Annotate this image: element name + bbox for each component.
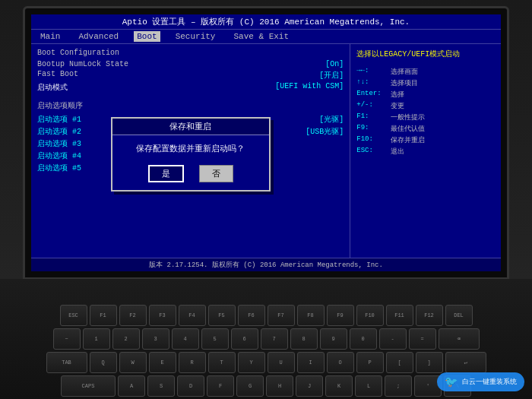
key-enter[interactable]: ↵ — [445, 352, 486, 373]
key-y[interactable]: Y — [238, 352, 265, 373]
key-del[interactable]: DEL — [445, 305, 473, 326]
key-i[interactable]: I — [297, 352, 325, 373]
menu-item-security[interactable]: Security — [173, 31, 219, 42]
dialog-no-button[interactable]: 否 — [199, 165, 233, 182]
key-0[interactable]: 0 — [350, 328, 377, 350]
key-6[interactable]: 6 — [231, 328, 258, 350]
key-h[interactable]: H — [266, 375, 293, 397]
hotkey-f1: F1: 一般性提示 — [356, 112, 495, 122]
key-f5[interactable]: F5 — [208, 305, 236, 326]
menu-item-main[interactable]: Main — [37, 31, 63, 42]
key-o[interactable]: O — [327, 352, 354, 373]
key-f2[interactable]: F2 — [119, 305, 147, 326]
save-restart-dialog: 保存和重启 保存配置数据并重新启动吗？ 是 否 — [111, 117, 271, 192]
key-g[interactable]: G — [236, 375, 264, 397]
key-esc[interactable]: ESC — [60, 305, 87, 326]
hotkey-updown: ↑↓: 选择项目 — [356, 78, 495, 88]
dialog-buttons: 是 否 — [122, 165, 260, 182]
key-equals[interactable]: = — [409, 328, 436, 350]
hotkey-updown-desc: 选择项目 — [391, 78, 418, 88]
key-l[interactable]: L — [355, 375, 382, 397]
menu-item-boot[interactable]: Boot — [134, 31, 160, 42]
hotkey-f1-desc: 一般性提示 — [391, 112, 425, 122]
key-f7[interactable]: F7 — [268, 305, 295, 326]
hotkey-enter-key: Enter: — [356, 90, 391, 100]
menu-bar: Main Advanced Boot Security Save & Exit — [31, 30, 501, 44]
key-j[interactable]: J — [296, 375, 323, 397]
twitter-bird-icon: 🐦 — [445, 375, 458, 388]
watermark: 🐦 白云一键重装系统 — [437, 372, 524, 391]
key-f10[interactable]: F10 — [356, 305, 384, 326]
keyboard-row-3: TAB Q W E R T Y U I O P [ ] ↵ — [30, 352, 502, 373]
key-semicolon[interactable]: ; — [385, 375, 412, 397]
key-7[interactable]: 7 — [261, 328, 288, 350]
hotkey-updown-key: ↑↓: — [356, 78, 391, 88]
key-a[interactable]: A — [118, 375, 145, 397]
key-e[interactable]: E — [149, 352, 176, 373]
hotkey-enter-desc: 选择 — [391, 90, 404, 100]
hotkey-f9: F9: 最佳代认值 — [356, 124, 495, 134]
menu-item-save-exit[interactable]: Save & Exit — [230, 31, 292, 42]
key-u[interactable]: U — [268, 352, 295, 373]
left-panel: Boot Configuration Bootup NumLock State … — [31, 44, 350, 264]
key-p[interactable]: P — [356, 352, 384, 373]
key-4[interactable]: 4 — [172, 328, 199, 350]
keyboard-row-1: ESC F1 F2 F3 F4 F5 F6 F7 F8 F9 F10 F11 F… — [30, 305, 502, 326]
keyboard-container: ESC F1 F2 F3 F4 F5 F6 F7 F8 F9 F10 F11 F… — [30, 305, 502, 399]
key-minus[interactable]: - — [379, 328, 407, 350]
key-tilde[interactable]: ~ — [53, 328, 81, 350]
hotkey-esc: ESC: 退出 — [356, 147, 495, 157]
key-s[interactable]: S — [147, 375, 175, 397]
hotkey-arrows-desc: 选择画面 — [391, 67, 418, 77]
key-5[interactable]: 5 — [201, 328, 229, 350]
key-f6[interactable]: F6 — [238, 305, 265, 326]
laptop-body: Aptio 设置工具 – 版权所有 (C) 2016 American Mega… — [0, 0, 532, 399]
key-k[interactable]: K — [325, 375, 353, 397]
dialog-body: 保存配置数据并重新启动吗？ 是 否 — [112, 135, 269, 190]
keyboard-row-2: ~ 1 2 3 4 5 6 7 8 9 0 - = ⌫ — [30, 328, 502, 350]
hotkey-esc-key: ESC: — [356, 147, 391, 157]
key-lbracket[interactable]: [ — [386, 352, 413, 373]
hotkey-arrows: →←: 选择画面 — [356, 67, 495, 77]
bios-screen: Aptio 设置工具 – 版权所有 (C) 2016 American Mega… — [31, 14, 501, 271]
dialog-overlay: 保存和重启 保存配置数据并重新启动吗？ 是 否 — [31, 44, 350, 264]
screen-bezel: Aptio 设置工具 – 版权所有 (C) 2016 American Mega… — [23, 6, 509, 280]
hotkey-f1-key: F1: — [356, 112, 391, 122]
key-1[interactable]: 1 — [83, 328, 110, 350]
hotkey-plusminus-key: +/-: — [356, 101, 391, 111]
key-backspace[interactable]: ⌫ — [439, 328, 480, 350]
key-r[interactable]: R — [179, 352, 206, 373]
key-w[interactable]: W — [119, 352, 147, 373]
hotkey-f10-desc: 保存并重启 — [391, 135, 425, 145]
hotkey-esc-desc: 退出 — [391, 147, 404, 157]
menu-item-advanced[interactable]: Advanced — [75, 31, 122, 42]
key-f12[interactable]: F12 — [416, 305, 443, 326]
dialog-message: 保存配置数据并重新启动吗？ — [122, 143, 260, 156]
help-title: 选择以LEGACY/UEFI模式启动 — [356, 49, 495, 59]
key-f4[interactable]: F4 — [179, 305, 206, 326]
key-9[interactable]: 9 — [320, 328, 347, 350]
key-8[interactable]: 8 — [290, 328, 318, 350]
watermark-label: 白云一键重装系统 — [462, 377, 517, 387]
key-f11[interactable]: F11 — [386, 305, 413, 326]
key-d[interactable]: D — [177, 375, 204, 397]
hotkey-arrows-key: →←: — [356, 67, 391, 77]
keyboard-row-4: CAPS A S D F G H J K L ; ' \ — [30, 375, 502, 397]
bios-content: Boot Configuration Bootup NumLock State … — [31, 44, 501, 264]
key-f3[interactable]: F3 — [149, 305, 176, 326]
key-3[interactable]: 3 — [142, 328, 169, 350]
key-f8[interactable]: F8 — [297, 305, 325, 326]
key-f9[interactable]: F9 — [327, 305, 354, 326]
dialog-yes-button[interactable]: 是 — [148, 165, 184, 182]
hotkey-enter: Enter: 选择 — [356, 90, 495, 100]
hotkey-f10-key: F10: — [356, 135, 391, 145]
key-t[interactable]: T — [208, 352, 236, 373]
key-q[interactable]: Q — [90, 352, 117, 373]
key-rbracket[interactable]: ] — [416, 352, 443, 373]
key-caps[interactable]: CAPS — [61, 375, 116, 397]
key-tab[interactable]: TAB — [46, 352, 87, 373]
key-f[interactable]: F — [207, 375, 234, 397]
hotkey-f10: F10: 保存并重启 — [356, 135, 495, 145]
key-2[interactable]: 2 — [112, 328, 140, 350]
key-f1[interactable]: F1 — [90, 305, 117, 326]
